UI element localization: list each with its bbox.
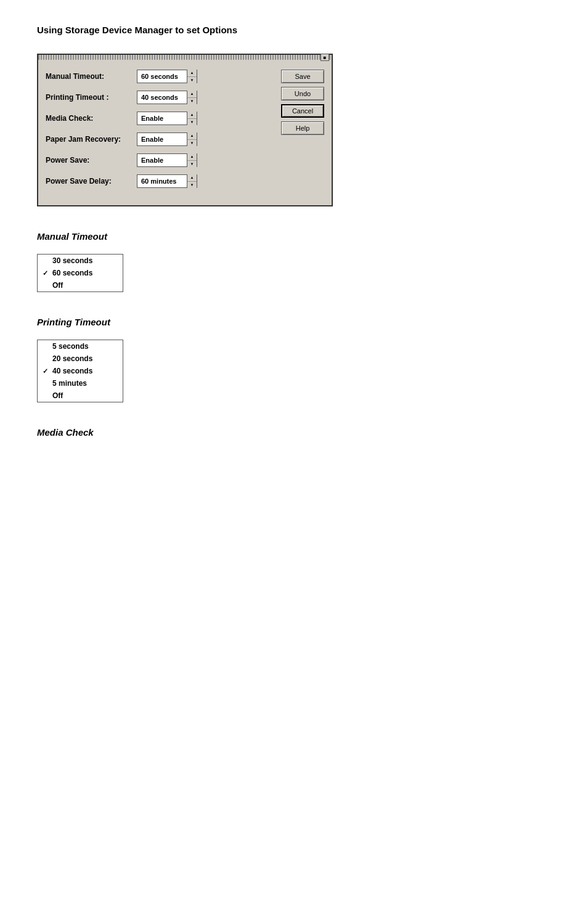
select-media-check-value: Enable: [137, 115, 187, 122]
select-power-save-value: Enable: [137, 157, 187, 164]
dialog-row-0: Manual Timeout: 60 seconds ▲ ▼: [46, 70, 274, 83]
dialog-wrapper: ■ Manual Timeout: 60 seconds ▲ ▼: [37, 54, 551, 206]
printing-timeout-label-0: 5 seconds: [52, 342, 89, 351]
manual-timeout-dropdown[interactable]: 30 seconds ✓ 60 seconds Off: [37, 254, 123, 292]
select-manual-timeout[interactable]: 60 seconds ▲ ▼: [137, 70, 197, 83]
manual-timeout-section: Manual Timeout 30 seconds ✓ 60 seconds O…: [37, 231, 551, 292]
arrow-down-manual-timeout[interactable]: ▼: [187, 77, 197, 84]
select-paper-jam-arrows[interactable]: ▲ ▼: [187, 132, 197, 146]
select-media-check[interactable]: Enable ▲ ▼: [137, 112, 197, 125]
manual-timeout-label-2: Off: [52, 281, 63, 290]
label-manual-timeout: Manual Timeout:: [46, 72, 132, 81]
label-printing-timeout: Printing Timeout :: [46, 93, 132, 102]
arrow-up-media-check[interactable]: ▲: [187, 112, 197, 119]
dialog-row-1: Printing Timeout : 40 seconds ▲ ▼: [46, 91, 274, 104]
select-power-save[interactable]: Enable ▲ ▼: [137, 153, 197, 167]
printing-timeout-option-3[interactable]: 5 minutes: [38, 377, 123, 389]
check-60s: ✓: [43, 269, 50, 277]
media-check-heading: Media Check: [37, 427, 551, 438]
label-power-save-delay: Power Save Delay:: [46, 177, 132, 185]
printing-timeout-option-0[interactable]: 5 seconds: [38, 340, 123, 353]
dialog-box: ■ Manual Timeout: 60 seconds ▲ ▼: [37, 54, 333, 206]
printing-timeout-label-3: 5 minutes: [52, 379, 87, 388]
arrow-down-paper-jam[interactable]: ▼: [187, 140, 197, 147]
select-printing-timeout[interactable]: 40 seconds ▲ ▼: [137, 91, 197, 104]
printing-timeout-section: Printing Timeout 5 seconds 20 seconds ✓ …: [37, 317, 551, 402]
label-media-check: Media Check:: [46, 114, 132, 123]
arrow-up-power-save[interactable]: ▲: [187, 153, 197, 161]
dialog-row-3: Paper Jam Recovery: Enable ▲ ▼: [46, 132, 274, 146]
select-paper-jam-value: Enable: [137, 136, 187, 143]
select-printing-timeout-arrows[interactable]: ▲ ▼: [187, 91, 197, 104]
dialog-buttons: Save Undo Cancel Help: [281, 70, 324, 195]
printing-timeout-label-4: Off: [52, 391, 63, 400]
printing-timeout-heading: Printing Timeout: [37, 317, 551, 327]
manual-timeout-label-0: 30 seconds: [52, 256, 92, 265]
arrow-down-printing-timeout[interactable]: ▼: [187, 98, 197, 105]
select-media-check-arrows[interactable]: ▲ ▼: [187, 112, 197, 125]
select-printing-timeout-value: 40 seconds: [137, 94, 187, 101]
arrow-up-power-save-delay[interactable]: ▲: [187, 174, 197, 182]
printing-timeout-label-2: 40 seconds: [52, 367, 92, 375]
arrow-down-power-save-delay[interactable]: ▼: [187, 182, 197, 189]
manual-timeout-heading: Manual Timeout: [37, 231, 551, 242]
dialog-content: Manual Timeout: 60 seconds ▲ ▼ Printing …: [38, 60, 332, 205]
save-button[interactable]: Save: [281, 70, 324, 83]
printing-timeout-label-1: 20 seconds: [52, 354, 92, 363]
label-paper-jam: Paper Jam Recovery:: [46, 135, 132, 144]
cancel-button[interactable]: Cancel: [281, 104, 324, 118]
dialog-row-5: Power Save Delay: 60 minutes ▲ ▼: [46, 174, 274, 188]
manual-timeout-option-0[interactable]: 30 seconds: [38, 255, 123, 267]
page-title: Using Storage Device Manager to set Opti…: [37, 25, 551, 35]
arrow-up-printing-timeout[interactable]: ▲: [187, 91, 197, 98]
undo-button[interactable]: Undo: [281, 87, 324, 100]
manual-timeout-label-1: 60 seconds: [52, 269, 92, 277]
select-manual-timeout-arrows[interactable]: ▲ ▼: [187, 70, 197, 83]
media-check-section: Media Check: [37, 427, 551, 438]
select-paper-jam[interactable]: Enable ▲ ▼: [137, 132, 197, 146]
check-40s: ✓: [43, 367, 50, 375]
printing-timeout-option-1[interactable]: 20 seconds: [38, 353, 123, 365]
dialog-close-box[interactable]: ■: [321, 54, 329, 61]
manual-timeout-option-1[interactable]: ✓ 60 seconds: [38, 267, 123, 279]
dialog-fields: Manual Timeout: 60 seconds ▲ ▼ Printing …: [46, 70, 274, 195]
dialog-row-4: Power Save: Enable ▲ ▼: [46, 153, 274, 167]
select-power-save-delay[interactable]: 60 minutes ▲ ▼: [137, 174, 197, 188]
printing-timeout-dropdown[interactable]: 5 seconds 20 seconds ✓ 40 seconds 5 minu…: [37, 340, 123, 402]
arrow-up-manual-timeout[interactable]: ▲: [187, 70, 197, 77]
manual-timeout-option-2[interactable]: Off: [38, 279, 123, 291]
dialog-titlebar: ■: [38, 55, 332, 60]
arrow-up-paper-jam[interactable]: ▲: [187, 132, 197, 140]
label-power-save: Power Save:: [46, 156, 132, 165]
select-manual-timeout-value: 60 seconds: [137, 73, 187, 80]
help-button[interactable]: Help: [281, 121, 324, 135]
printing-timeout-option-2[interactable]: ✓ 40 seconds: [38, 365, 123, 377]
arrow-down-media-check[interactable]: ▼: [187, 119, 197, 126]
arrow-down-power-save[interactable]: ▼: [187, 161, 197, 168]
printing-timeout-option-4[interactable]: Off: [38, 389, 123, 402]
select-power-save-arrows[interactable]: ▲ ▼: [187, 153, 197, 167]
select-power-save-delay-value: 60 minutes: [137, 177, 187, 185]
dialog-row-2: Media Check: Enable ▲ ▼: [46, 112, 274, 125]
select-power-save-delay-arrows[interactable]: ▲ ▼: [187, 174, 197, 188]
